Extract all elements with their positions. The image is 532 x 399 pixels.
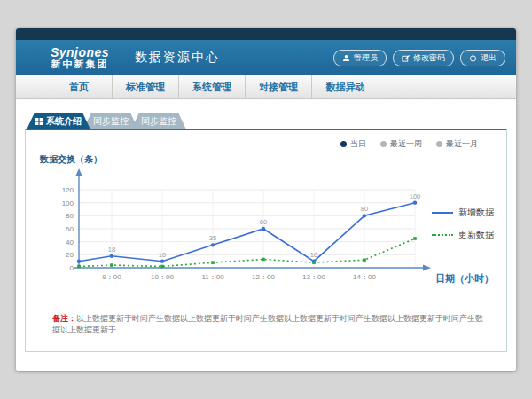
period-filters: 当日最近一周最近一月 — [340, 138, 478, 150]
svg-text:18: 18 — [108, 246, 115, 254]
period-radio[interactable]: 最近一周 — [380, 138, 422, 150]
svg-text:10：00: 10：00 — [151, 273, 174, 281]
content-area: 系统介绍同步监控同步监控 当日最近一周最近一月 数据交换（条） 02040608… — [16, 99, 516, 371]
button-label: 管理员 — [354, 52, 378, 64]
main-nav: 首页标准管理系统管理对接管理数据异动 — [16, 75, 516, 99]
user-icon — [342, 54, 350, 62]
power-icon — [469, 54, 477, 62]
button-label: 修改密码 — [413, 52, 445, 64]
user-button[interactable]: 管理员 — [333, 50, 387, 66]
svg-text:100: 100 — [62, 200, 74, 207]
svg-text:13：00: 13：00 — [302, 273, 325, 281]
app-window: Synjones 新中新集团 数据资源中心 管理员修改密码退出 首页标准管理系统… — [16, 28, 516, 371]
grid-icon — [35, 118, 43, 125]
legend-item: 更新数据 — [432, 229, 494, 241]
app-header: Synjones 新中新集团 数据资源中心 管理员修改密码退出 — [16, 40, 516, 75]
tab-bar: 系统介绍同步监控同步监控 — [27, 113, 179, 129]
svg-text:120: 120 — [62, 186, 74, 194]
tab[interactable]: 同步监控 — [131, 113, 186, 129]
edit-button[interactable]: 修改密码 — [393, 50, 454, 66]
svg-text:60: 60 — [66, 225, 74, 233]
window-top-strip — [16, 28, 516, 40]
radio-dot-icon — [340, 141, 347, 147]
svg-text:35: 35 — [209, 234, 216, 242]
logo-brand-text: Synjones — [39, 46, 121, 59]
header-actions: 管理员修改密码退出 — [333, 50, 505, 66]
svg-text:20: 20 — [66, 251, 74, 259]
legend-item: 新增数据 — [432, 207, 494, 219]
y-axis-title: 数据交换（条） — [40, 153, 102, 166]
svg-text:100: 100 — [410, 192, 421, 200]
svg-text:10: 10 — [159, 251, 166, 259]
period-radio[interactable]: 最近一月 — [436, 138, 478, 150]
tab-label: 同步监控 — [141, 115, 176, 128]
legend-swatch — [432, 212, 453, 214]
legend-swatch — [432, 234, 453, 236]
edit-icon — [402, 54, 410, 62]
svg-text:0: 0 — [70, 264, 74, 272]
legend-label: 更新数据 — [458, 229, 494, 241]
nav-item[interactable]: 首页 — [46, 75, 113, 98]
radio-label: 最近一月 — [446, 138, 478, 150]
tab[interactable]: 同步监控 — [83, 113, 138, 129]
svg-text:10: 10 — [310, 251, 317, 259]
line-chart: 0204060801001209：0010：0011：0012：0013：001… — [38, 166, 499, 308]
note-text: 以上数据更新于时间产生数据以上数据更新于时间产生数据以上数据更新于时间产生数据以… — [52, 314, 483, 334]
svg-text:80: 80 — [361, 205, 368, 213]
radio-dot-icon — [380, 141, 387, 147]
radio-label: 当日 — [350, 138, 366, 150]
svg-text:日期（小时）: 日期（小时） — [435, 273, 494, 285]
note-label: 备注： — [52, 314, 76, 323]
radio-dot-icon — [436, 141, 442, 147]
chart-panel: 当日最近一周最近一月 数据交换（条） 0204060801001209：0010… — [25, 129, 507, 352]
svg-text:40: 40 — [66, 239, 74, 246]
svg-text:60: 60 — [260, 218, 267, 226]
page-title: 数据资源中心 — [135, 50, 220, 66]
footer-note: 备注：以上数据更新于时间产生数据以上数据更新于时间产生数据以上数据更新于时间产生… — [52, 313, 485, 335]
tab[interactable]: 系统介绍 — [27, 113, 90, 129]
svg-text:12：00: 12：00 — [252, 273, 275, 281]
button-label: 退出 — [481, 52, 497, 64]
nav-item[interactable]: 系统管理 — [179, 75, 246, 98]
period-radio[interactable]: 当日 — [340, 138, 366, 150]
svg-text:80: 80 — [66, 212, 74, 220]
power-button[interactable]: 退出 — [460, 50, 505, 66]
svg-text:14：00: 14：00 — [353, 273, 376, 281]
tab-label: 系统介绍 — [46, 115, 82, 128]
svg-text:11：00: 11：00 — [201, 273, 224, 281]
nav-item[interactable]: 标准管理 — [113, 75, 179, 98]
nav-item[interactable]: 数据异动 — [312, 75, 379, 98]
svg-text:9：00: 9：00 — [102, 273, 121, 281]
radio-label: 最近一周 — [390, 138, 422, 150]
logo-company-name: 新中新集团 — [39, 59, 121, 70]
company-logo: Synjones 新中新集团 — [39, 46, 121, 69]
chart-legend: 新增数据更新数据 — [432, 207, 494, 241]
nav-item[interactable]: 对接管理 — [246, 75, 312, 98]
tab-label: 同步监控 — [93, 115, 129, 128]
legend-label: 新增数据 — [458, 207, 494, 219]
